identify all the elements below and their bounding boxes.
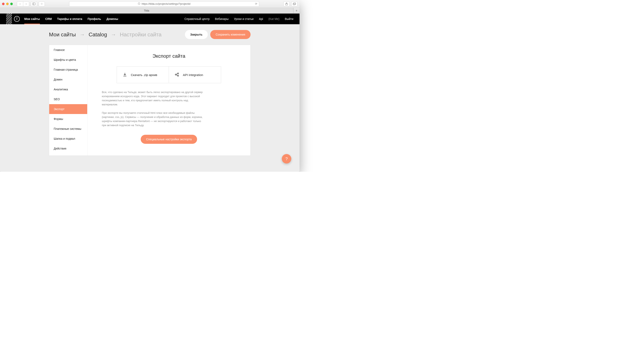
api-icon — [175, 72, 179, 78]
nav-secondary-3[interactable]: Api — [259, 17, 263, 20]
settings-sidebar: ГлавноеШрифты и цветаГлавная страницаДом… — [49, 45, 87, 156]
top-nav: T Мои сайтыCRMТарифы и оплатаПрофильДоме… — [0, 14, 300, 24]
share-button[interactable] — [284, 2, 290, 6]
nav-item-1[interactable]: CRM — [45, 14, 52, 24]
traffic-lights — [2, 3, 13, 5]
breadcrumb-root[interactable]: Мои сайты — [49, 32, 76, 38]
settings-content: Экспорт сайта Скачать .zip архив — [87, 45, 250, 156]
breadcrumb: Мои сайты → Catalog → Настройки сайта — [49, 32, 161, 38]
browser-tabbar: Tilda + — [0, 8, 300, 14]
sidebar-item-3[interactable]: Домен — [49, 74, 87, 84]
close-button[interactable]: Закрыть — [185, 30, 208, 39]
tabs-button[interactable] — [291, 2, 297, 6]
minimize-window-button[interactable] — [6, 3, 9, 5]
app: T Мои сайтыCRMТарифы и оплатаПрофильДоме… — [0, 14, 300, 172]
nav-secondary-0[interactable]: Справочный центр — [184, 17, 209, 20]
chevron-icon: → — [111, 32, 116, 38]
sidebar-item-6[interactable]: Экспорт — [49, 104, 87, 114]
close-window-button[interactable] — [2, 3, 5, 5]
card-label: API integration — [183, 73, 203, 76]
tilda-logo[interactable]: T — [14, 16, 20, 22]
reload-icon[interactable]: ⟳ — [255, 2, 257, 5]
sidebar-item-9[interactable]: Шапка и подвал — [49, 134, 87, 144]
help-button[interactable]: ? — [282, 154, 291, 164]
forward-button[interactable]: › — [23, 2, 29, 6]
breadcrumb-current: Настройки сайта — [120, 32, 161, 38]
download-icon — [123, 72, 127, 78]
sidebar-item-10[interactable]: Действия — [49, 144, 87, 154]
save-button[interactable]: Сохранить изменения — [210, 30, 251, 39]
nav-item-2[interactable]: Тарифы и оплата — [57, 14, 82, 24]
page-title: Экспорт сайта — [102, 53, 236, 59]
sidebar-item-8[interactable]: Платежные системы — [49, 124, 87, 134]
lock-icon: ⓣ — [138, 2, 140, 6]
sidebar-item-0[interactable]: Главное — [49, 45, 87, 55]
address-bar[interactable]: ⓣ https://tilda.cc/projects/settings/?pr… — [69, 1, 259, 6]
bookmarks-button[interactable]: ☆ — [39, 2, 45, 6]
sidebar-item-5[interactable]: SEO — [49, 94, 87, 104]
sidebar-item-7[interactable]: Формы — [49, 114, 87, 124]
logout-link[interactable]: Выйти — [285, 17, 293, 20]
card-label: Скачать .zip архив — [131, 73, 157, 76]
description-1: Все, что сделано на Тильде, может быть л… — [102, 90, 205, 107]
browser-toolbar: ‹ › ☆ ⓣ https://tilda.cc/projects/settin… — [0, 0, 300, 8]
svg-rect-3 — [293, 3, 295, 5]
zoom-window-button[interactable] — [10, 3, 13, 5]
back-button[interactable]: ‹ — [17, 2, 23, 6]
nav-secondary-2[interactable]: Уроки и статьи — [234, 17, 254, 20]
chevron-icon: → — [80, 32, 85, 38]
svg-point-6 — [177, 73, 179, 74]
sidebar-toggle-button[interactable] — [31, 2, 37, 6]
description-2: При экспорте вы получаете статичный html… — [102, 111, 205, 128]
pattern-icon — [6, 14, 12, 24]
nav-item-3[interactable]: Профиль — [88, 14, 101, 24]
sidebar-item-4[interactable]: Аналитика — [49, 84, 87, 94]
tab-title: Tilda — [144, 9, 149, 12]
breadcrumb-project[interactable]: Catalog — [89, 32, 107, 38]
sidebar-item-1[interactable]: Шрифты и цвета — [49, 55, 87, 65]
nav-item-0[interactable]: Мои сайты — [24, 14, 40, 24]
svg-rect-4 — [294, 3, 296, 4]
svg-point-7 — [177, 75, 179, 76]
download-zip-card[interactable]: Скачать .zip архив — [117, 66, 169, 83]
special-export-settings-button[interactable]: Специальные настройки экспорта — [141, 135, 197, 144]
browser-window: ‹ › ☆ ⓣ https://tilda.cc/projects/settin… — [0, 0, 300, 172]
api-integration-card[interactable]: API integration — [169, 66, 221, 83]
nav-secondary-1[interactable]: Вебинары — [215, 17, 229, 20]
page-scroll[interactable]: Мои сайты → Catalog → Настройки сайта За… — [0, 24, 300, 172]
browser-tab[interactable]: Tilda — [0, 8, 293, 13]
svg-point-5 — [175, 74, 176, 75]
nav-item-4[interactable]: Домены — [106, 14, 118, 24]
settings-panel: ГлавноеШрифты и цветаГлавная страницаДом… — [49, 45, 251, 156]
url-text: https://tilda.cc/projects/settings/?proj… — [141, 2, 190, 5]
user-label[interactable]: (Kat Me) — [269, 17, 280, 20]
new-tab-button[interactable]: + — [293, 8, 300, 13]
svg-rect-0 — [33, 3, 35, 5]
sidebar-item-2[interactable]: Главная страница — [49, 65, 87, 74]
